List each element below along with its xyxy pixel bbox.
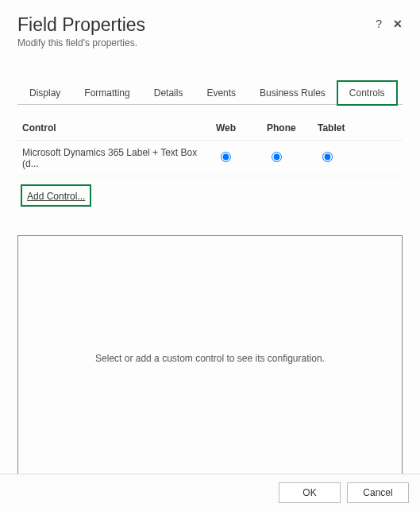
- dialog-subtitle: Modify this field's properties.: [17, 37, 403, 48]
- ok-button[interactable]: OK: [279, 482, 341, 503]
- radio-web[interactable]: [221, 152, 231, 162]
- control-name: Microsoft Dynamics 365 Label + Text Box …: [22, 147, 216, 169]
- tab-business-rules[interactable]: Business Rules: [248, 81, 337, 105]
- controls-table-header: Control Web Phone Tablet: [17, 119, 403, 141]
- radio-tablet[interactable]: [322, 152, 333, 162]
- help-icon[interactable]: ?: [376, 17, 382, 30]
- cancel-button[interactable]: Cancel: [347, 482, 409, 503]
- tab-events[interactable]: Events: [195, 81, 248, 105]
- col-header-web: Web: [216, 122, 267, 134]
- col-header-control: Control: [22, 122, 216, 134]
- tab-content-controls: Control Web Phone Tablet Microsoft Dynam…: [0, 105, 420, 215]
- tab-controls[interactable]: Controls: [337, 81, 397, 105]
- close-icon[interactable]: ✕: [393, 17, 403, 30]
- config-panel: Select or add a custom control to see it…: [17, 235, 403, 482]
- radio-phone[interactable]: [272, 152, 282, 162]
- add-control-link[interactable]: Add Control...: [27, 191, 85, 202]
- table-row[interactable]: Microsoft Dynamics 365 Label + Text Box …: [17, 141, 403, 176]
- col-header-tablet: Tablet: [318, 122, 368, 134]
- tab-display[interactable]: Display: [17, 81, 72, 105]
- dialog-title: Field Properties: [17, 14, 145, 36]
- tab-details[interactable]: Details: [142, 81, 195, 105]
- add-control-highlight: Add Control...: [21, 184, 91, 207]
- col-header-phone: Phone: [267, 122, 318, 134]
- tab-formatting[interactable]: Formatting: [72, 81, 141, 105]
- dialog-footer: OK Cancel: [0, 474, 420, 511]
- config-placeholder: Select or add a custom control to see it…: [95, 353, 325, 364]
- tab-strip: Display Formatting Details Events Busine…: [17, 80, 403, 105]
